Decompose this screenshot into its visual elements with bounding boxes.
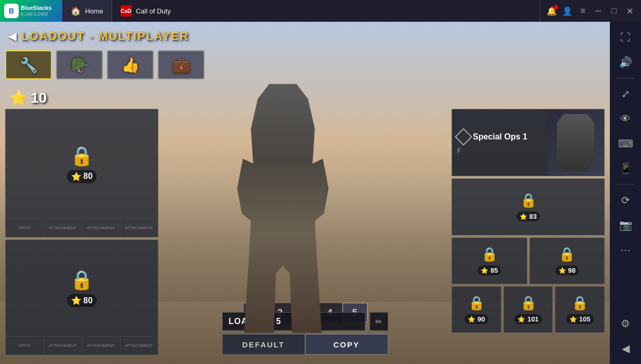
right-slot-2[interactable]: 🔒 ⭐ 85: [452, 237, 527, 284]
star-icon-2: ⭐: [71, 296, 81, 305]
right-panel: Special Ops 1 F 🔒 ⭐ 83 🔒: [452, 109, 605, 335]
loadout-name-label: LOADOUT 5: [222, 312, 365, 331]
right-cost-2: ⭐ 85: [478, 265, 501, 275]
right-slot-row-1: 🔒 ⭐ 83: [452, 178, 605, 235]
edit-icon: ✏: [375, 317, 382, 327]
slot2-att1[interactable]: ATTACHMENT: [44, 337, 83, 355]
bottom-bar: LOADOUT 5 ✏ DEFAULT COPY: [222, 312, 388, 355]
loadout-slot-1[interactable]: 🔒 ⭐ 80 OPTIC ATTACHMENT ATTACHMENT ATTAC…: [5, 109, 158, 237]
operator-name: Special Ops 1: [473, 132, 527, 142]
right-star-2: ⭐: [481, 267, 488, 274]
right-star-4: ⭐: [468, 316, 475, 323]
slot2-att2[interactable]: ATTACHMENT: [82, 337, 120, 355]
tab-operator[interactable]: 🪖: [56, 50, 103, 79]
minimize-icon[interactable]: ─: [593, 6, 604, 16]
sidebar-camera-btn[interactable]: 📷: [614, 214, 637, 236]
right-slot-6[interactable]: 🔒 ⭐ 105: [555, 286, 605, 333]
cost-badge-2: ⭐ 80: [67, 294, 97, 307]
home-tab-label: Home: [85, 7, 103, 15]
close-icon[interactable]: ✕: [624, 6, 635, 16]
right-sidebar: ⛶ 🔊 ⤢ 👁 ⌨ 📱 ⟳ 📷 ⋯ ⚙ ◀: [610, 22, 641, 364]
slot2-optic[interactable]: OPTIC: [6, 337, 44, 355]
menu-icon[interactable]: ≡: [578, 6, 588, 16]
weapons-icon: 🔧: [20, 57, 38, 74]
right-lock-6: 🔒: [571, 295, 588, 311]
scorestreak-icon: 💼: [172, 57, 190, 74]
game-area: ◀ LOADOUT - MULTIPLAYER 🔧 🪖 👍 💼 ⭐ 10 🔒 ⭐: [0, 22, 610, 364]
loadout-slot-2[interactable]: 🔒 ⭐ 80 OPTIC ATTACHMENT ATTACHMENT ATTAC…: [5, 240, 158, 355]
copy-button[interactable]: COPY: [305, 334, 388, 355]
right-slot-3[interactable]: 🔒 ⭐ 98: [529, 237, 605, 284]
tab-scorestreak[interactable]: 💼: [158, 50, 204, 79]
lock-icon-2: 🔒: [70, 269, 93, 291]
right-cost-1: ⭐ 83: [516, 212, 540, 221]
titlebar: B BlueStacks 4.140.1.1002 🏠 Home CoD Cal…: [0, 0, 641, 22]
game-tab[interactable]: CoD Call of Duty: [112, 0, 540, 22]
slot-att1[interactable]: ATTACHMENT: [44, 219, 83, 237]
slot-grid-1: OPTIC ATTACHMENT ATTACHMENT ATTACHMENT: [6, 218, 158, 237]
sidebar-back-btn[interactable]: ◀: [614, 337, 637, 360]
right-cost-3: ⭐ 98: [555, 265, 579, 275]
maximize-icon[interactable]: □: [609, 6, 619, 16]
default-button[interactable]: DEFAULT: [222, 334, 305, 355]
left-loadout-panel: 🔒 ⭐ 80 OPTIC ATTACHMENT ATTACHMENT ATTAC…: [5, 109, 158, 357]
right-num-4: 90: [478, 315, 485, 323]
back-button[interactable]: ◀: [8, 30, 16, 43]
lock-icon-1: 🔒: [70, 145, 93, 167]
tab-vote[interactable]: 👍: [107, 50, 154, 79]
right-slot-4[interactable]: 🔒 ⭐ 90: [452, 286, 501, 333]
bluestacks-icon: B: [4, 4, 19, 18]
sidebar-expand-btn[interactable]: ⛶: [614, 26, 637, 49]
loadout-name-bar: LOADOUT 5 ✏: [222, 312, 388, 331]
sidebar-phone-btn[interactable]: 📱: [614, 157, 637, 180]
stars-counter: ⭐ 10: [9, 89, 47, 106]
sidebar-fullscreen-btn[interactable]: ⤢: [614, 82, 637, 105]
right-star-5: ⭐: [517, 316, 525, 323]
right-lock-5: 🔒: [520, 295, 537, 311]
sidebar-volume-btn[interactable]: 🔊: [614, 51, 637, 74]
right-cost-5: ⭐ 101: [514, 314, 542, 324]
notification-icon[interactable]: 🔔: [547, 6, 557, 16]
right-slot-row-3: 🔒 ⭐ 90 🔒 ⭐ 101 🔒 ⭐ 105: [452, 286, 605, 333]
slot-grid-2: OPTIC ATTACHMENT ATTACHMENT ATTACHMENT: [6, 336, 158, 355]
right-cost-4: ⭐ 90: [465, 314, 488, 324]
sidebar-divider-2: [616, 184, 635, 185]
right-slot-row-2: 🔒 ⭐ 85 🔒 ⭐ 98: [452, 237, 605, 284]
action-buttons: DEFAULT COPY: [222, 334, 388, 355]
cost-num-1: 80: [84, 172, 93, 181]
star-icon-1: ⭐: [71, 172, 81, 181]
home-tab[interactable]: 🏠 Home: [62, 0, 112, 22]
loadout-main-slot-2: 🔒 ⭐ 80: [6, 240, 158, 336]
account-icon[interactable]: 👤: [562, 6, 572, 16]
bluestacks-logo: B BlueStacks 4.140.1.1002: [0, 0, 62, 22]
tab-weapons[interactable]: 🔧: [5, 50, 52, 79]
sidebar-divider-1: [616, 78, 635, 78]
sidebar-refresh-btn[interactable]: ⟳: [614, 189, 637, 212]
right-lock-1: 🔒: [520, 192, 537, 208]
right-num-6: 105: [579, 315, 591, 323]
cost-badge-1: ⭐ 80: [67, 170, 97, 183]
bluestacks-text: BlueStacks 4.140.1.1002: [21, 5, 51, 17]
sidebar-eye-btn[interactable]: 👁: [614, 107, 637, 130]
operator-diamond-icon: [455, 128, 472, 146]
slot-att3[interactable]: ATTACHMENT: [120, 219, 158, 237]
right-slot-5[interactable]: 🔒 ⭐ 101: [503, 286, 553, 333]
sidebar-settings-btn[interactable]: ⚙: [614, 312, 637, 335]
operator-image: [547, 109, 604, 176]
sidebar-more-btn[interactable]: ⋯: [614, 239, 637, 261]
cod-icon: CoD: [120, 5, 132, 17]
slot-optic[interactable]: OPTIC: [6, 219, 44, 237]
right-num-1: 83: [529, 213, 537, 220]
back-arrow: ◀: [8, 30, 16, 43]
edit-button[interactable]: ✏: [370, 312, 388, 331]
slot-att2[interactable]: ATTACHMENT: [82, 219, 120, 237]
slot2-att3[interactable]: ATTACHMENT: [120, 337, 158, 355]
operator-card[interactable]: Special Ops 1 F: [452, 109, 605, 176]
tab-bar: 🔧 🪖 👍 💼: [5, 50, 204, 79]
sidebar-keyboard-btn[interactable]: ⌨: [614, 132, 637, 155]
right-slot-1[interactable]: 🔒 ⭐ 83: [452, 178, 605, 235]
operator-info: Special Ops 1 F: [452, 125, 547, 160]
titlebar-controls: 🔔 👤 ≡ ─ □ ✕: [540, 6, 641, 16]
right-lock-4: 🔒: [468, 295, 485, 311]
cost-num-2: 80: [84, 296, 93, 305]
